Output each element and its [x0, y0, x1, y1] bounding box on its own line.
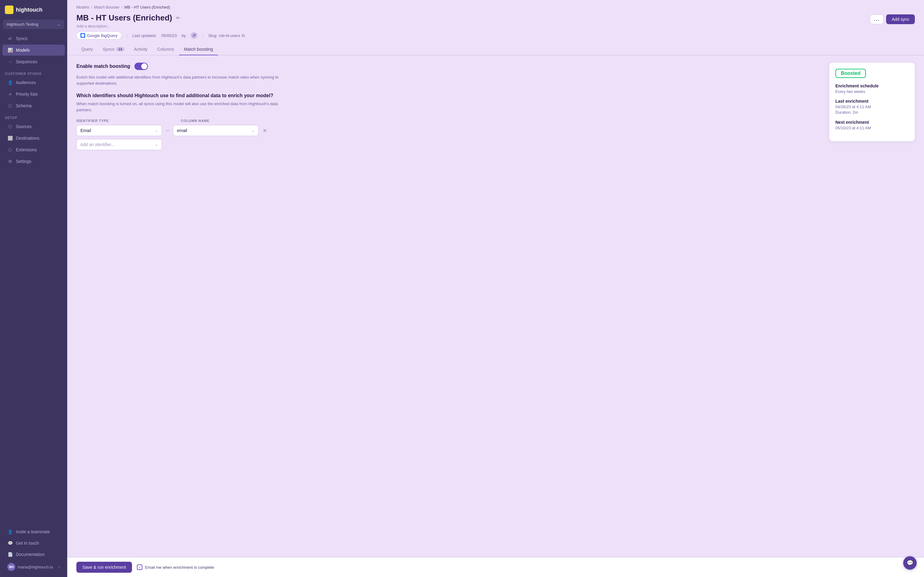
main-content: Models / Match Booster / MB - HT Users (…	[67, 0, 924, 577]
sidebar-item-invite[interactable]: 👤 Invite a teammate	[2, 526, 65, 537]
page-description[interactable]: Add a description...	[76, 24, 180, 28]
tabs-row: Query Syncs 14 Activity Columns Match bo…	[67, 44, 924, 55]
sidebar-item-extensions[interactable]: ⬡ Extensions	[2, 144, 65, 155]
chevron-right-icon: ›	[59, 565, 60, 569]
tab-syncs[interactable]: Syncs 14	[98, 44, 129, 55]
workspace-name: Hightouch Testing	[7, 22, 38, 27]
sidebar-item-label: Settings	[16, 159, 31, 164]
breadcrumb-match-booster[interactable]: Match Booster	[94, 5, 120, 10]
tab-activity[interactable]: Activity	[129, 44, 153, 55]
last-updated-by: by	[182, 33, 186, 38]
sequences-icon: →	[7, 59, 13, 64]
boosted-badge: Boosted	[835, 69, 866, 78]
sidebar-item-priority-lists[interactable]: ≡ Priority lists	[2, 89, 65, 100]
enable-match-boosting-toggle[interactable]	[134, 63, 148, 70]
sidebar-item-label: Sequences	[16, 59, 37, 64]
tab-match-boosting[interactable]: Match boosting	[179, 44, 218, 55]
add-identifier-dropdown[interactable]: Add an identifier... ⌄	[76, 139, 162, 150]
user-row[interactable]: MH maria@hightouch.io ›	[2, 560, 65, 574]
sidebar-item-audiences[interactable]: 👤 Audiences	[2, 77, 65, 88]
sidebar-item-label: Models	[16, 48, 30, 53]
sidebar-item-get-in-touch[interactable]: 💬 Get in touch	[2, 538, 65, 549]
sidebar-item-destinations[interactable]: ⬜ Destinations	[2, 133, 65, 143]
enrichment-schedule-value: Every two weeks	[835, 89, 909, 94]
tab-columns[interactable]: Columns	[153, 44, 179, 55]
sidebar-item-syncs[interactable]: ⇄ Syncs	[2, 33, 65, 44]
last-updated-date: 05/05/23	[161, 33, 177, 38]
boosted-card: Boosted Enrichment schedule Every two we…	[829, 63, 915, 141]
sidebar-item-label: Priority lists	[16, 92, 38, 97]
chat-icon: 💬	[7, 540, 13, 546]
slug-value: mb-ht-users	[219, 33, 240, 38]
edit-title-button[interactable]: ✏	[175, 15, 180, 21]
next-enrichment-date: 05/10/23 at 4:11 AM	[835, 125, 909, 131]
sidebar-item-label: Invite a teammate	[16, 529, 50, 534]
enable-match-boosting-row: Enable match boosting	[76, 63, 822, 70]
tab-query[interactable]: Query	[76, 44, 98, 55]
sources-icon: ⬡	[7, 124, 13, 129]
sidebar-item-sources[interactable]: ⬡ Sources	[2, 121, 65, 132]
breadcrumb-models[interactable]: Models	[76, 5, 89, 10]
invite-icon: 👤	[7, 529, 13, 535]
user-email: maria@hightouch.io	[18, 565, 53, 569]
sidebar-item-settings[interactable]: ⚙ Settings	[2, 156, 65, 167]
svg-point-0	[81, 34, 84, 37]
main-panel: Enable match boosting Enrich this model …	[76, 63, 822, 550]
logo-text: hightouch	[16, 7, 42, 13]
footer-bar: Save & run enrichment ✓ Email me when en…	[67, 557, 924, 577]
content-area: Enable match boosting Enrich this model …	[67, 55, 924, 557]
bigquery-icon	[80, 33, 85, 38]
extensions-icon: ⬡	[7, 147, 13, 153]
column-name-dropdown[interactable]: email ⌄	[173, 125, 259, 136]
page-header: MB - HT Users (Enriched) ✏ Add a descrip…	[67, 11, 924, 28]
slug-label: Slug:	[208, 33, 217, 38]
sidebar-item-sequences[interactable]: → Sequences	[2, 56, 65, 67]
sidebar-item-models[interactable]: 📊 Models	[2, 45, 65, 56]
remove-identifier-button[interactable]: ✕	[262, 127, 268, 135]
sidebar-item-schema[interactable]: ⬡ Schema	[2, 100, 65, 111]
syncs-icon: ⇄	[7, 36, 13, 41]
sidebar-item-label: Schema	[16, 103, 31, 108]
chevron-down-icon-2: ⌄	[251, 128, 254, 133]
destinations-icon: ⬜	[7, 135, 13, 141]
breadcrumb-sep-1: /	[91, 5, 92, 10]
sidebar: hightouch Hightouch Testing ⌄ ⇄ Syncs 📊 …	[0, 0, 67, 577]
schema-icon: ⬡	[7, 103, 13, 108]
models-icon: 📊	[7, 47, 13, 53]
datasource-badge[interactable]: Google BigQuery	[76, 31, 122, 39]
enable-match-boosting-label: Enable match boosting	[76, 64, 130, 69]
email-checkbox[interactable]: ✓	[137, 564, 142, 570]
last-enrichment-value: 04/26/23 at 4:11 AM Duration: 2m	[835, 104, 909, 115]
last-enrichment-duration: Duration: 2m	[835, 110, 858, 114]
tab-syncs-badge: 14	[116, 47, 124, 52]
identifier-type-dropdown[interactable]: Email ⌄	[76, 125, 162, 136]
tab-query-label: Query	[81, 47, 93, 52]
add-identifier-row: Add an identifier... ⌄	[76, 139, 822, 150]
add-sync-button[interactable]: Add sync	[886, 15, 915, 24]
email-checkbox-row[interactable]: ✓ Email me when enrichment is complete	[137, 564, 214, 570]
breadcrumb: Models / Match Booster / MB - HT Users (…	[67, 0, 924, 11]
sidebar-item-label: Syncs	[16, 36, 27, 41]
identifiers-title: Which identifiers should Hightouch use t…	[76, 93, 822, 98]
docs-icon: 📄	[7, 552, 13, 557]
col-name-header: COLUMN NAME	[181, 119, 266, 122]
sidebar-item-label: Audiences	[16, 80, 36, 85]
avatar: MH	[7, 563, 15, 571]
page-title-section: MB - HT Users (Enriched) ✏ Add a descrip…	[76, 13, 180, 28]
column-name-value: email	[177, 128, 187, 133]
sidebar-item-label: Extensions	[16, 147, 37, 152]
chat-widget-button[interactable]: 💬	[903, 556, 917, 570]
copy-slug-button[interactable]: ⧉	[242, 33, 245, 38]
last-enrichment-label: Last enrichment	[835, 99, 909, 103]
identifier-row-email: Email ⌄ → email ⌄ ✕	[76, 125, 822, 136]
arrow-between-icon: →	[165, 128, 170, 133]
breadcrumb-current: MB - HT Users (Enriched)	[124, 5, 170, 10]
more-options-button[interactable]: ...	[870, 15, 884, 24]
tab-match-boosting-label: Match boosting	[184, 47, 213, 52]
sidebar-item-documentation[interactable]: 📄 Documentation	[2, 549, 65, 560]
slug-row: Slug: mb-ht-users ⧉	[208, 33, 245, 38]
workspace-selector[interactable]: Hightouch Testing ⌄	[3, 19, 64, 29]
save-run-enrichment-button[interactable]: Save & run enrichment	[76, 562, 132, 573]
identifier-headers: IDENTIFIER TYPE COLUMN NAME	[76, 119, 822, 122]
enable-match-boosting-desc: Enrich this model with additional identi…	[76, 74, 284, 86]
